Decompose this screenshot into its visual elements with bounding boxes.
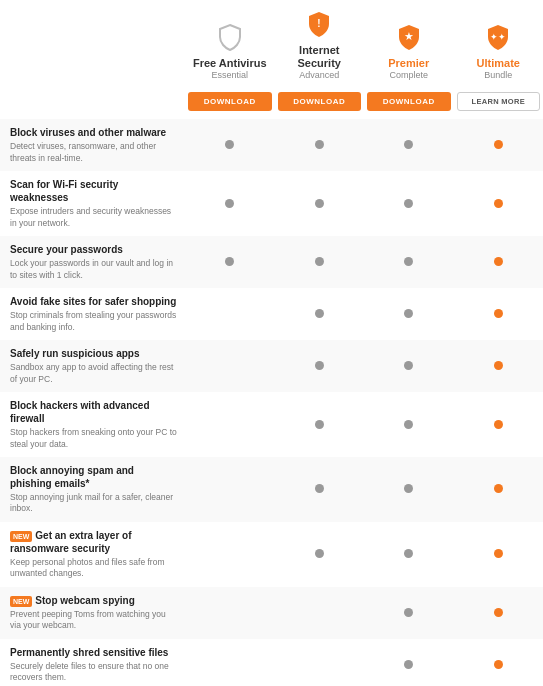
dot-gray xyxy=(315,361,324,370)
check-cell xyxy=(454,587,544,639)
comparison-page: Free Antivirus Essential ! Internet Secu… xyxy=(0,0,543,686)
dot-orange xyxy=(494,309,503,318)
check-cell xyxy=(185,236,275,288)
feature-title: Safely run suspicious apps xyxy=(10,347,177,360)
check-cell xyxy=(454,340,544,392)
check-cell xyxy=(185,639,275,686)
dot-empty xyxy=(225,420,234,429)
check-cell xyxy=(364,587,454,639)
feature-desc: Prevent peeping Toms from watching you v… xyxy=(10,609,177,632)
check-cell xyxy=(454,457,544,522)
dot-gray xyxy=(404,660,413,669)
check-cell xyxy=(364,392,454,457)
free-download-button[interactable]: DOWNLOAD xyxy=(188,92,272,111)
premier-download-button[interactable]: DOWNLOAD xyxy=(367,92,451,111)
dot-empty xyxy=(315,608,324,617)
check-cell xyxy=(454,522,544,587)
feature-title: Avoid fake sites for safer shopping xyxy=(10,295,177,308)
dot-gray xyxy=(315,140,324,149)
dot-gray xyxy=(404,257,413,266)
feature-table: Block viruses and other malwareDetect vi… xyxy=(0,119,543,686)
dot-orange xyxy=(494,140,503,149)
dot-empty xyxy=(315,660,324,669)
feature-desc: Detect viruses, ransomware, and other th… xyxy=(10,141,177,164)
check-cell xyxy=(275,171,365,236)
dot-orange xyxy=(494,199,503,208)
check-cell xyxy=(364,288,454,340)
check-cell xyxy=(364,522,454,587)
check-cell xyxy=(364,639,454,686)
dot-orange xyxy=(494,660,503,669)
feature-desc: Expose intruders and security weaknesses… xyxy=(10,206,177,229)
dot-orange xyxy=(494,484,503,493)
check-cell xyxy=(185,587,275,639)
free-plan-name: Free Antivirus xyxy=(187,57,273,70)
check-cell xyxy=(185,288,275,340)
feature-desc: Stop annoying junk mail for a safer, cle… xyxy=(10,492,177,515)
check-cell xyxy=(454,392,544,457)
internet-plan-sub: Advanced xyxy=(277,70,363,80)
check-cell xyxy=(275,119,365,171)
check-cell xyxy=(185,457,275,522)
dot-empty xyxy=(225,309,234,318)
check-cell xyxy=(364,236,454,288)
feature-title: Block hackers with advanced firewall xyxy=(10,399,177,425)
feature-desc: Lock your passwords in our vault and log… xyxy=(10,258,177,281)
check-cell xyxy=(454,639,544,686)
svg-text:✦✦: ✦✦ xyxy=(490,32,506,42)
dot-gray xyxy=(315,484,324,493)
check-cell xyxy=(185,522,275,587)
internet-btn-col: DOWNLOAD xyxy=(275,92,365,111)
check-cell xyxy=(275,392,365,457)
dot-empty xyxy=(225,361,234,370)
buttons-row: DOWNLOAD DOWNLOAD DOWNLOAD LEARN MORE xyxy=(0,86,543,119)
check-cell xyxy=(275,639,365,686)
feature-title: Permanently shred sensitive files xyxy=(10,646,177,659)
dot-gray xyxy=(404,484,413,493)
premier-shield-icon: ★ xyxy=(366,23,452,53)
premier-plan-name: Premier xyxy=(366,57,452,70)
dot-gray xyxy=(225,257,234,266)
free-btn-col: DOWNLOAD xyxy=(185,92,275,111)
plan-headers: Free Antivirus Essential ! Internet Secu… xyxy=(0,0,543,86)
check-cell xyxy=(454,288,544,340)
new-badge: NEW xyxy=(10,531,32,542)
dot-orange xyxy=(494,549,503,558)
check-cell xyxy=(364,340,454,392)
dot-gray xyxy=(404,549,413,558)
plan-internet: ! Internet Security Advanced xyxy=(275,10,365,86)
dot-gray xyxy=(315,199,324,208)
free-plan-sub: Essential xyxy=(187,70,273,80)
new-badge: NEW xyxy=(10,596,32,607)
internet-plan-name: Internet Security xyxy=(277,44,363,70)
dot-gray xyxy=(315,309,324,318)
check-cell xyxy=(454,236,544,288)
dot-gray xyxy=(404,140,413,149)
internet-download-button[interactable]: DOWNLOAD xyxy=(278,92,362,111)
plan-premier: ★ Premier Complete xyxy=(364,23,454,86)
dot-gray xyxy=(225,140,234,149)
dot-orange xyxy=(494,608,503,617)
feature-title: Block viruses and other malware xyxy=(10,126,177,139)
free-shield-icon xyxy=(187,23,273,53)
check-cell xyxy=(364,171,454,236)
check-cell xyxy=(364,119,454,171)
check-cell xyxy=(185,119,275,171)
ultimate-learn-button[interactable]: LEARN MORE xyxy=(457,92,541,111)
check-cell xyxy=(454,171,544,236)
ultimate-btn-col: LEARN MORE xyxy=(454,92,544,111)
dot-orange xyxy=(494,361,503,370)
check-cell xyxy=(185,171,275,236)
check-cell xyxy=(364,457,454,522)
ultimate-plan-name: Ultimate xyxy=(456,57,542,70)
check-cell xyxy=(275,457,365,522)
check-cell xyxy=(275,340,365,392)
dot-empty xyxy=(225,484,234,493)
premier-btn-col: DOWNLOAD xyxy=(364,92,454,111)
feature-title: Block annoying spam and phishing emails* xyxy=(10,464,177,490)
ultimate-plan-sub: Bundle xyxy=(456,70,542,80)
check-cell xyxy=(185,392,275,457)
feature-desc: Sandbox any app to avoid affecting the r… xyxy=(10,362,177,385)
dot-gray xyxy=(404,361,413,370)
dot-empty xyxy=(225,608,234,617)
